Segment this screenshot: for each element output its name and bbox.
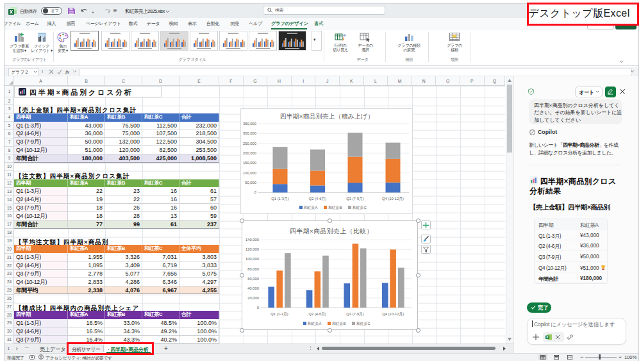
svg-text:Q3 (7-9月): Q3 (7-9月): [346, 312, 363, 317]
svg-text:80,000: 80,000: [247, 267, 259, 271]
svg-text:Q3 (7-9月): Q3 (7-9月): [346, 197, 363, 201]
svg-text:和紅茶A: 和紅茶A: [308, 321, 321, 326]
svg-text:和紅茶C: 和紅茶C: [356, 321, 370, 326]
svg-text:和紅茶C: 和紅茶C: [353, 205, 367, 210]
svg-text:Q2 (4-6月): Q2 (4-6月): [309, 312, 326, 317]
svg-text:300,000: 300,000: [243, 131, 256, 135]
svg-text:200,000: 200,000: [243, 151, 256, 155]
svg-text:20,000: 20,000: [247, 296, 259, 300]
svg-text:0: 0: [254, 190, 256, 194]
svg-text:40,000: 40,000: [247, 286, 259, 290]
svg-text:140,000: 140,000: [246, 238, 259, 242]
svg-text:X: X: [546, 335, 549, 339]
svg-text:Q4 (10-12月): Q4 (10-12月): [382, 312, 404, 317]
svg-text:0: 0: [257, 306, 259, 310]
svg-text:Q4 (10-12月): Q4 (10-12月): [382, 197, 404, 201]
svg-text:和紅茶A: 和紅茶A: [304, 205, 317, 210]
svg-text:350,000: 350,000: [243, 122, 256, 126]
svg-text:250,000: 250,000: [243, 142, 256, 145]
svg-text:fx: fx: [65, 69, 69, 74]
svg-text:四半期×商品別売上（比較）: 四半期×商品別売上（比較）: [290, 228, 373, 235]
svg-text:Q2 (4-6月): Q2 (4-6月): [309, 197, 326, 201]
svg-text:和紅茶B: 和紅茶B: [332, 321, 345, 326]
svg-text:Q1 (1-3月): Q1 (1-3月): [271, 312, 288, 317]
svg-text:Q1 (1-3月): Q1 (1-3月): [271, 197, 288, 201]
svg-text:100,000: 100,000: [243, 171, 256, 175]
svg-text:四半期×商品別売上（積み上げ）: 四半期×商品別売上（積み上げ）: [280, 113, 374, 120]
svg-text:50,000: 50,000: [245, 181, 256, 185]
svg-text:120,000: 120,000: [246, 247, 259, 251]
svg-text:和紅茶B: 和紅茶B: [328, 205, 342, 210]
svg-text:150,000: 150,000: [243, 161, 256, 165]
svg-text:100,000: 100,000: [246, 257, 259, 261]
svg-text:60,000: 60,000: [247, 277, 259, 281]
